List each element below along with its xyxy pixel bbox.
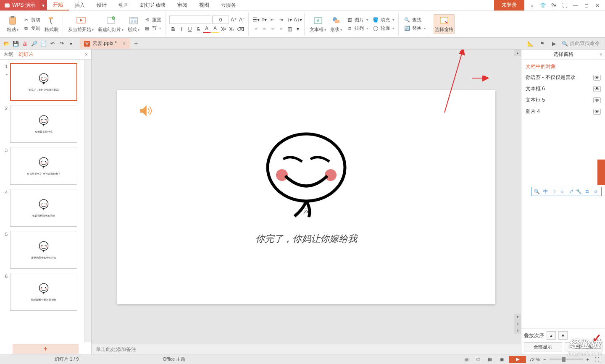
lang-icon[interactable]: 中	[542, 189, 548, 194]
line-spacing-icon[interactable]: ↕▾	[286, 16, 293, 24]
floating-toolbar[interactable]: 🔍 中 ☽ ○ ⎇ 🔧 ⧉ ☺	[531, 187, 602, 196]
highlight-icon[interactable]: A	[211, 26, 219, 33]
bold-icon[interactable]: B	[169, 26, 177, 33]
hide-all-button[interactable]: 全部隐藏	[565, 342, 603, 351]
audio-icon[interactable]	[138, 105, 153, 117]
layout-button[interactable]: 版式	[126, 15, 141, 34]
file-tab[interactable]: W 云爱.pptx * ×	[80, 38, 130, 49]
print-icon[interactable]: 🖨	[21, 40, 29, 47]
superscript-icon[interactable]: X²	[220, 26, 227, 33]
visibility-toggle-icon[interactable]: 👁	[593, 97, 601, 103]
reset-button[interactable]: ⟲重置	[142, 16, 163, 24]
open-icon[interactable]: 📂	[3, 40, 10, 47]
format-painter-button[interactable]: 格式刷	[43, 15, 60, 34]
branch-icon[interactable]: ⎇	[568, 189, 573, 194]
wrench-icon[interactable]: 🔧	[576, 189, 582, 194]
center-scrollbar[interactable]: ▲ ▼ ⇞ ⇟	[514, 50, 521, 334]
zoom-slider[interactable]	[550, 359, 583, 360]
login-button[interactable]: 未登录	[494, 0, 524, 10]
tab-start[interactable]: 开始	[47, 0, 69, 10]
move-up-button[interactable]: ▲	[547, 331, 556, 340]
help-icon[interactable]: ?▾	[550, 2, 557, 9]
slide-thumbnail[interactable]: 你是我想我坐地问好	[10, 189, 77, 227]
slide-thumbnail[interactable]: 你想能长中她对前把会	[10, 273, 77, 311]
outline-button[interactable]: ◯轮廓	[371, 25, 396, 32]
quick-customize-icon[interactable]: ▾	[67, 40, 75, 47]
copy-button[interactable]: ⧉复制	[21, 25, 42, 32]
subscript-icon[interactable]: X₂	[228, 26, 236, 33]
align-dropdown-icon[interactable]: ▾	[294, 25, 302, 33]
add-file-tab[interactable]: +	[134, 40, 138, 47]
arrow-right-icon[interactable]: ▶	[550, 40, 558, 47]
align-left-icon[interactable]: ≡	[252, 25, 260, 33]
file-close-icon[interactable]: ×	[123, 41, 126, 47]
align-right-icon[interactable]: ≡	[269, 25, 276, 33]
columns-icon[interactable]: ▥	[286, 25, 293, 33]
zoom-out-icon[interactable]: −	[543, 357, 546, 362]
smile-icon[interactable]: ☺	[593, 189, 599, 194]
visibility-toggle-icon[interactable]: 👁	[593, 75, 601, 81]
italic-icon[interactable]: I	[178, 26, 185, 33]
font-color-icon[interactable]: A	[203, 26, 210, 33]
increase-indent-icon[interactable]: ⇥	[277, 16, 285, 24]
print-preview-icon[interactable]: 🔎	[30, 40, 38, 47]
selection-pane-close-icon[interactable]: ×	[600, 52, 602, 58]
normal-view-icon[interactable]: ▭	[474, 356, 482, 363]
clear-format-icon[interactable]: ⌫	[237, 26, 244, 33]
fit-window-icon[interactable]: ⛶	[592, 356, 601, 363]
cut-button[interactable]: ✂剪切	[21, 16, 42, 24]
new-slide-button[interactable]: + 新建幻灯片	[96, 15, 125, 34]
decrease-indent-icon[interactable]: ⇤	[269, 16, 276, 24]
font-size-select[interactable]	[212, 16, 229, 24]
fill-button[interactable]: 🪣填充	[371, 16, 396, 24]
flag-icon[interactable]: ⚑	[538, 40, 546, 47]
numbering-icon[interactable]: ≡▾	[260, 16, 268, 24]
tab-design[interactable]: 设计	[91, 0, 113, 10]
text-direction-icon[interactable]: A↕▾	[294, 16, 302, 24]
tab-cloud[interactable]: 云服务	[215, 0, 242, 10]
tab-animation[interactable]: 动画	[113, 0, 134, 10]
notes-area[interactable]: 单击此处添加备注	[92, 344, 521, 354]
slides-tab[interactable]: 幻灯片	[18, 51, 34, 58]
sorter-view-icon[interactable]: ▦	[486, 356, 494, 363]
strike-icon[interactable]: S̶	[195, 26, 202, 33]
reading-view-icon[interactable]: ▣	[497, 356, 506, 363]
ruler-icon[interactable]: 📐	[526, 40, 534, 47]
zoom-in-icon[interactable]: +	[587, 357, 589, 362]
close-icon[interactable]: ✕	[594, 2, 601, 9]
selection-item[interactable]: 图片 4👁	[524, 106, 602, 117]
minimize-icon[interactable]: —	[572, 2, 579, 9]
slide-thumbnail[interactable]: 证书的我坐如什在好友	[10, 231, 77, 269]
show-all-button[interactable]: 全部显示	[524, 342, 562, 351]
replace-button[interactable]: 🔄替换	[402, 25, 427, 32]
textbox-button[interactable]: A 文本框	[308, 15, 328, 34]
selection-item[interactable]: 文本框 6👁	[524, 83, 602, 94]
underline-icon[interactable]: U	[186, 26, 194, 33]
view-mode1-icon[interactable]: ▤	[462, 356, 471, 363]
find-button[interactable]: 🔍查找	[402, 16, 427, 24]
slide-canvas[interactable]: 云 你完了，你妈让你嫁给我	[117, 90, 495, 304]
slide-thumbnail[interactable]: 有执意把电了 对过多称也电了	[10, 147, 77, 185]
bullets-icon[interactable]: ☰▾	[252, 16, 260, 24]
slideshow-button[interactable]: ▶	[509, 356, 526, 363]
align-justify-icon[interactable]: ≡	[277, 25, 285, 33]
left-scrollbar[interactable]	[84, 60, 91, 342]
arrange-button[interactable]: ⧉排列	[345, 25, 370, 32]
from-current-button[interactable]: 从当前开始	[66, 15, 95, 34]
section-button[interactable]: ▤节	[142, 25, 163, 32]
app-menu-dropdown[interactable]: ▾	[39, 0, 47, 10]
selection-pane-button[interactable]: 选择窗格	[434, 14, 455, 34]
skin-icon[interactable]: ☼	[529, 2, 535, 9]
shirt-icon[interactable]: 👕	[539, 2, 546, 9]
layers-icon[interactable]: ⧉	[584, 189, 590, 194]
selection-item[interactable]: 文本框 5👁	[524, 94, 602, 106]
zoom-icon[interactable]: 🔍	[534, 189, 540, 194]
tab-review[interactable]: 审阅	[171, 0, 193, 10]
moon-icon[interactable]: ☽	[551, 189, 557, 194]
tab-insert[interactable]: 插入	[69, 0, 91, 10]
fullscreen-icon[interactable]: ⛶	[561, 2, 568, 9]
pdf-icon[interactable]: 📄	[39, 40, 47, 47]
increase-font-icon[interactable]: A⁺	[230, 16, 237, 24]
tab-view[interactable]: 视图	[193, 0, 215, 10]
undo-icon[interactable]: ↶	[49, 40, 56, 47]
